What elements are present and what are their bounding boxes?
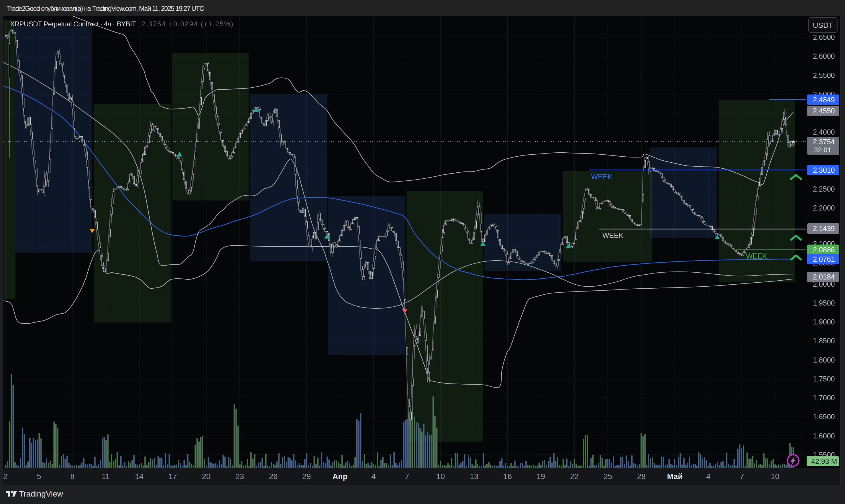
svg-text:10: 10 bbox=[771, 472, 779, 481]
svg-text:28: 28 bbox=[637, 472, 646, 481]
svg-text:7: 7 bbox=[740, 472, 744, 481]
svg-text:14: 14 bbox=[135, 472, 144, 481]
svg-text:16: 16 bbox=[503, 472, 512, 481]
svg-text:1,7000: 1,7000 bbox=[813, 394, 835, 402]
svg-text:2,4550: 2,4550 bbox=[813, 107, 835, 115]
svg-text:1,8500: 1,8500 bbox=[813, 337, 835, 345]
svg-text:2,5500: 2,5500 bbox=[813, 71, 835, 79]
svg-text:32:01: 32:01 bbox=[814, 146, 831, 154]
svg-text:2,0886: 2,0886 bbox=[813, 246, 835, 254]
svg-text:USDT: USDT bbox=[813, 21, 833, 30]
svg-text:7: 7 bbox=[405, 472, 409, 481]
svg-text:2,4849: 2,4849 bbox=[813, 96, 835, 104]
svg-text:17: 17 bbox=[168, 472, 177, 481]
svg-text:23: 23 bbox=[235, 472, 244, 481]
svg-text:19: 19 bbox=[537, 472, 545, 481]
svg-text:5: 5 bbox=[37, 472, 41, 481]
svg-text:Апр: Апр bbox=[332, 472, 347, 481]
svg-text:Май: Май bbox=[667, 472, 683, 481]
svg-text:2,0184: 2,0184 bbox=[813, 273, 835, 281]
svg-text:4: 4 bbox=[371, 472, 376, 481]
svg-text:2,2500: 2,2500 bbox=[813, 185, 835, 193]
svg-text:1,9000: 1,9000 bbox=[813, 318, 835, 326]
svg-text:XRPUSDT Perpetual Contract · 4: XRPUSDT Perpetual Contract · 4ч · BYBIT … bbox=[10, 20, 234, 28]
svg-text:20: 20 bbox=[202, 472, 211, 481]
svg-text:1,6000: 1,6000 bbox=[813, 432, 835, 440]
svg-text:22: 22 bbox=[570, 472, 579, 481]
svg-text:25: 25 bbox=[604, 472, 612, 481]
svg-text:2,4000: 2,4000 bbox=[813, 128, 835, 136]
svg-text:2,0761: 2,0761 bbox=[813, 255, 835, 263]
svg-text:2,2000: 2,2000 bbox=[813, 204, 835, 212]
svg-text:1,6500: 1,6500 bbox=[813, 413, 835, 421]
svg-text:10: 10 bbox=[436, 472, 445, 481]
svg-text:4: 4 bbox=[706, 472, 711, 481]
svg-text:1,7500: 1,7500 bbox=[813, 375, 835, 383]
svg-text:29: 29 bbox=[302, 472, 311, 481]
svg-text:1,8000: 1,8000 bbox=[813, 356, 835, 364]
svg-text:1,9500: 1,9500 bbox=[813, 299, 835, 307]
svg-text:42,93 M: 42,93 M bbox=[811, 457, 837, 465]
svg-text:2,6500: 2,6500 bbox=[813, 33, 835, 41]
svg-text:2,3010: 2,3010 bbox=[813, 166, 835, 174]
svg-text:2,6000: 2,6000 bbox=[813, 52, 835, 60]
svg-text:WEEK: WEEK bbox=[591, 173, 612, 181]
svg-text:WEEK: WEEK bbox=[746, 252, 767, 260]
svg-text:26: 26 bbox=[269, 472, 277, 481]
svg-text:2,1439: 2,1439 bbox=[813, 224, 835, 233]
svg-text:11: 11 bbox=[102, 472, 110, 481]
svg-text:Trade2Good опубликовал(а) на T: Trade2Good опубликовал(а) на TradingView… bbox=[7, 5, 204, 12]
svg-text:TradingView: TradingView bbox=[19, 489, 63, 498]
svg-text:13: 13 bbox=[470, 472, 478, 481]
svg-text:8: 8 bbox=[70, 472, 74, 481]
svg-text:2,3754: 2,3754 bbox=[813, 138, 835, 146]
svg-text:WEEK: WEEK bbox=[603, 231, 624, 239]
svg-text:2: 2 bbox=[3, 472, 7, 481]
